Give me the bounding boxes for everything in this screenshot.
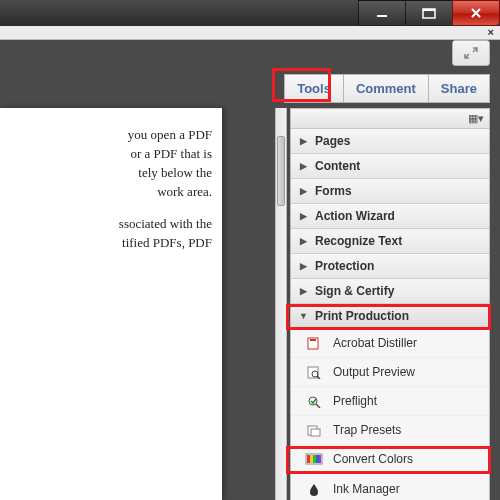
convert-colors-icon bbox=[305, 452, 323, 466]
item-acrobat-distiller[interactable]: Acrobat Distiller bbox=[291, 329, 489, 358]
group-label: Protection bbox=[315, 259, 374, 273]
chevron-down-icon: ▼ bbox=[299, 311, 308, 321]
svg-rect-16 bbox=[316, 455, 319, 463]
group-content[interactable]: ▶ Content bbox=[291, 154, 489, 179]
chevron-right-icon: ▶ bbox=[299, 211, 308, 221]
item-label: Preflight bbox=[333, 394, 377, 408]
work-area: you open a PDF or a PDF that is tely bel… bbox=[0, 108, 500, 500]
svg-rect-2 bbox=[423, 9, 435, 11]
doc-text: ssociated with the bbox=[119, 216, 212, 231]
chevron-right-icon: ▶ bbox=[299, 236, 308, 246]
group-label: Content bbox=[315, 159, 360, 173]
svg-rect-17 bbox=[319, 455, 321, 463]
panel-close-x[interactable]: × bbox=[488, 26, 494, 38]
svg-rect-14 bbox=[310, 455, 313, 463]
item-label: Acrobat Distiller bbox=[333, 336, 417, 350]
secondary-bar: × bbox=[0, 26, 500, 40]
output-preview-icon bbox=[305, 365, 323, 379]
item-preflight[interactable]: Preflight bbox=[291, 387, 489, 416]
svg-rect-15 bbox=[313, 455, 316, 463]
chevron-right-icon: ▶ bbox=[299, 286, 308, 296]
chevron-right-icon: ▶ bbox=[299, 261, 308, 271]
doc-text: you open a PDF bbox=[128, 127, 212, 142]
svg-line-7 bbox=[317, 376, 320, 379]
group-pages[interactable]: ▶ Pages bbox=[291, 129, 489, 154]
group-label: Print Production bbox=[315, 309, 409, 323]
tab-share[interactable]: Share bbox=[428, 74, 490, 103]
sidebar-options-icon[interactable]: ▦▾ bbox=[469, 112, 483, 126]
group-print-production[interactable]: ▼ Print Production bbox=[291, 304, 489, 329]
item-trap-presets[interactable]: Trap Presets bbox=[291, 416, 489, 445]
item-label: Trap Presets bbox=[333, 423, 401, 437]
tab-comment[interactable]: Comment bbox=[343, 74, 429, 103]
group-forms[interactable]: ▶ Forms bbox=[291, 179, 489, 204]
close-button[interactable] bbox=[452, 0, 500, 26]
group-label: Pages bbox=[315, 134, 350, 148]
group-recognize-text[interactable]: ▶ Recognize Text bbox=[291, 229, 489, 254]
item-ink-manager[interactable]: Ink Manager bbox=[291, 474, 489, 500]
group-label: Sign & Certify bbox=[315, 284, 394, 298]
item-convert-colors[interactable]: Convert Colors bbox=[291, 445, 489, 474]
svg-line-9 bbox=[316, 404, 320, 408]
window-titlebar bbox=[0, 0, 500, 26]
right-sidebar: ▦▾ ▶ Pages ▶ Content ▶ Forms ▶ Action Wi… bbox=[290, 108, 490, 500]
svg-rect-13 bbox=[307, 455, 310, 463]
chevron-right-icon: ▶ bbox=[299, 161, 308, 171]
group-label: Forms bbox=[315, 184, 352, 198]
item-label: Convert Colors bbox=[333, 452, 413, 466]
ink-manager-icon bbox=[305, 482, 323, 496]
group-sign-certify[interactable]: ▶ Sign & Certify bbox=[291, 279, 489, 304]
svg-rect-4 bbox=[310, 339, 316, 341]
chevron-right-icon: ▶ bbox=[299, 186, 308, 196]
group-protection[interactable]: ▶ Protection bbox=[291, 254, 489, 279]
minimize-button[interactable] bbox=[358, 0, 406, 26]
right-pane-tabs: Tools Comment Share bbox=[276, 74, 490, 103]
doc-text: tified PDFs, PDF bbox=[122, 235, 212, 250]
vertical-scrollbar[interactable] bbox=[275, 108, 287, 500]
group-label: Action Wizard bbox=[315, 209, 395, 223]
sidebar-toolbar: ▦▾ bbox=[291, 109, 489, 129]
print-production-items: Acrobat Distiller Output Preview Preflig… bbox=[291, 329, 489, 500]
item-label: Output Preview bbox=[333, 365, 415, 379]
tab-tools[interactable]: Tools bbox=[284, 74, 344, 103]
chevron-right-icon: ▶ bbox=[299, 136, 308, 146]
doc-text: tely below the bbox=[138, 165, 212, 180]
svg-rect-11 bbox=[311, 429, 320, 436]
doc-text: or a PDF that is bbox=[130, 146, 212, 161]
maximize-button[interactable] bbox=[405, 0, 453, 26]
group-label: Recognize Text bbox=[315, 234, 402, 248]
preflight-icon bbox=[305, 394, 323, 408]
item-label: Ink Manager bbox=[333, 482, 400, 496]
document-page: you open a PDF or a PDF that is tely bel… bbox=[0, 108, 222, 500]
svg-rect-0 bbox=[377, 15, 387, 17]
doc-text: work area. bbox=[157, 184, 212, 199]
trap-presets-icon bbox=[305, 423, 323, 437]
group-action-wizard[interactable]: ▶ Action Wizard bbox=[291, 204, 489, 229]
item-output-preview[interactable]: Output Preview bbox=[291, 358, 489, 387]
distiller-icon bbox=[305, 336, 323, 350]
scrollbar-thumb[interactable] bbox=[277, 136, 285, 206]
restore-panels-button[interactable] bbox=[452, 40, 490, 66]
